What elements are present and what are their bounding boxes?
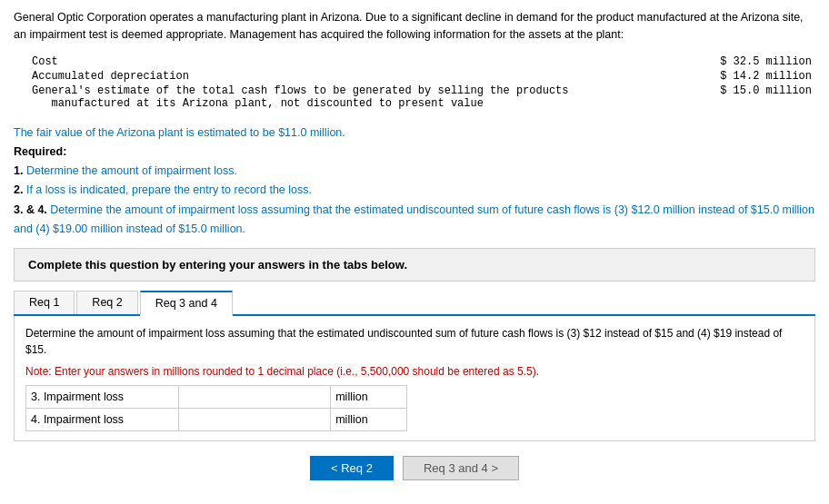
accum-dep-label: Accumulated depreciation xyxy=(14,69,591,84)
next-button[interactable]: Req 3 and 4 xyxy=(403,456,519,480)
req-item-1: 1. Determine the amount of impairment lo… xyxy=(14,162,815,181)
tab-req1[interactable]: Req 1 xyxy=(14,291,75,314)
tab-req3and4[interactable]: Req 3 and 4 xyxy=(140,291,233,316)
req-item-2: 2. If a loss is indicated, prepare the e… xyxy=(14,181,815,200)
impairment-3-unit: million xyxy=(331,386,407,409)
req-item-3: 3. & 4. Determine the amount of impairme… xyxy=(14,201,815,240)
tab-description: Determine the amount of impairment loss … xyxy=(25,325,804,358)
impairment-4-unit: million xyxy=(331,409,407,431)
table-row: General's estimate of the total cash flo… xyxy=(14,84,815,111)
fair-value-text: The fair value of the Arizona plant is e… xyxy=(14,126,345,139)
table-row: Cost $ 32.5 million xyxy=(14,54,815,69)
tab-req2[interactable]: Req 2 xyxy=(76,291,137,314)
accum-dep-value: $ 14.2 million xyxy=(591,69,815,84)
impairment-3-input[interactable] xyxy=(179,386,331,408)
complete-box: Complete this question by entering your … xyxy=(14,248,815,282)
impairment-4-input-cell[interactable] xyxy=(178,409,331,431)
cash-flows-value: $ 15.0 million xyxy=(591,84,815,111)
cost-label: Cost xyxy=(14,54,591,69)
fair-value-line: The fair value of the Arizona plant is e… xyxy=(14,124,815,143)
nav-buttons: Req 2 Req 3 and 4 xyxy=(14,456,815,480)
table-row: Accumulated depreciation $ 14.2 million xyxy=(14,69,815,84)
asset-data-table: Cost $ 32.5 million Accumulated deprecia… xyxy=(14,54,815,111)
fair-value-section: The fair value of the Arizona plant is e… xyxy=(14,124,815,240)
cost-value: $ 32.5 million xyxy=(591,54,815,69)
impairment-row-3: 3. Impairment loss million xyxy=(26,386,407,409)
impairment-4-label: 4. Impairment loss xyxy=(26,409,179,431)
impairment-row-4: 4. Impairment loss million xyxy=(26,409,407,431)
tabs-row: Req 1 Req 2 Req 3 and 4 xyxy=(14,291,815,316)
tab-note: Note: Enter your answers in millions rou… xyxy=(25,363,804,380)
impairment-3-label: 3. Impairment loss xyxy=(26,386,179,409)
impairment-input-table: 3. Impairment loss million 4. Impairment… xyxy=(25,385,407,431)
required-label: Required: xyxy=(14,143,815,162)
intro-paragraph: General Optic Corporation operates a man… xyxy=(14,9,815,44)
impairment-3-input-cell[interactable] xyxy=(178,386,331,409)
impairment-4-input[interactable] xyxy=(179,409,331,430)
tab-content-req3and4: Determine the amount of impairment loss … xyxy=(14,316,815,441)
cash-flows-label: General's estimate of the total cash flo… xyxy=(14,84,591,111)
prev-button[interactable]: Req 2 xyxy=(310,456,394,480)
